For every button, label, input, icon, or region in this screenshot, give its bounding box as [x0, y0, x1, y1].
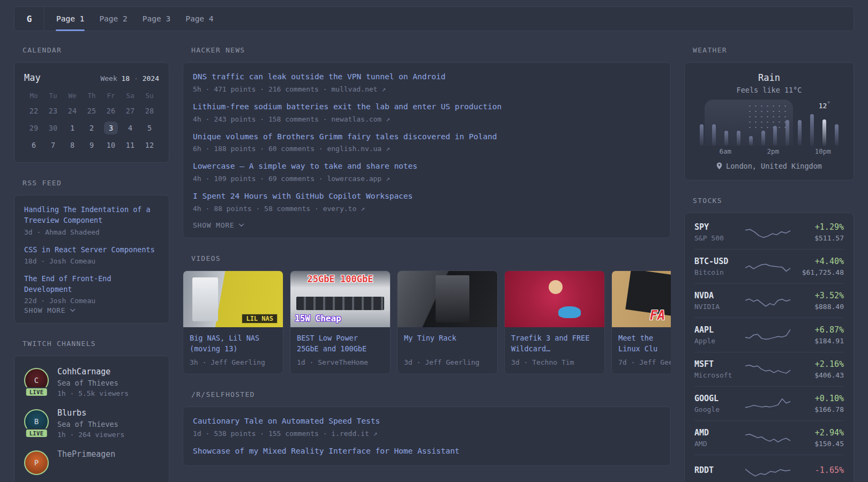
twitch-channel-name[interactable]: ThePrimeagen	[57, 449, 115, 459]
hackernews-item-title[interactable]: Lowercase – A simple way to take and sha…	[193, 161, 661, 172]
twitch-channel-row[interactable]: PThePrimeagen	[24, 449, 159, 475]
right-column: WEATHER Rain Feels like 11°C 12° 6am2pm1…	[684, 46, 854, 482]
calendar-day[interactable]: 28	[140, 103, 159, 118]
app-logo[interactable]: G	[14, 7, 44, 31]
video-card[interactable]: 25GbE 100GbE15W CheapBEST Low Power 25Gb…	[290, 270, 391, 374]
twitch-channel-row[interactable]: BLIVEBlurbsSea of Thieves1h · 264 viewer…	[24, 408, 159, 439]
glance-dashboard: G Page 1Page 2Page 3Page 4 CALENDAR May …	[0, 0, 868, 482]
top-navbar: G Page 1Page 2Page 3Page 4	[14, 6, 854, 31]
video-card[interactable]: My Tiny Rack3d · Jeff Geerling	[397, 270, 498, 374]
twitch-channel-game: Sea of Thieves	[57, 420, 124, 428]
stock-identity: AAPLApple	[694, 325, 744, 345]
stock-row-spy[interactable]: SPYS&P 500+1.29%$511.57	[694, 215, 844, 250]
stock-change-percent: +4.40%	[791, 257, 844, 266]
tab-page-1[interactable]: Page 1	[49, 7, 92, 31]
hackernews-item: Unique volumes of Brothers Grimm fairy t…	[193, 131, 661, 153]
rss-show-more-button[interactable]: SHOW MORE	[24, 306, 159, 314]
video-card[interactable]: Traefik 3 and FREE Wildcard…3d · Techno …	[504, 270, 605, 374]
video-thumbnail[interactable]: 25GbE 100GbE15W Cheap	[290, 271, 390, 327]
twitch-avatar: BLIVE	[24, 409, 49, 434]
stock-row-nvda[interactable]: NVDANVIDIA+3.52%$888.40	[694, 284, 844, 318]
rss-item-title[interactable]: CSS in React Server Components	[24, 244, 159, 255]
calendar-day[interactable]: 23	[43, 103, 63, 118]
calendar-day[interactable]: 22	[24, 103, 43, 118]
calendar-day[interactable]: 24	[63, 103, 82, 118]
stock-row-btc-usd[interactable]: BTC-USDBitcoin+4.40%$61,725.48	[694, 250, 844, 284]
hackernews-item-meta: 4h · 88 points · 58 comments · every.to …	[193, 205, 661, 213]
video-thumbnail[interactable]	[398, 271, 497, 327]
stock-name: Microsoft	[694, 371, 744, 379]
stock-row-amd[interactable]: AMDAMD+2.94%$150.45	[694, 421, 844, 455]
calendar-day[interactable]: 25	[82, 103, 101, 118]
calendar-day[interactable]: 30	[43, 120, 63, 135]
calendar-weekday: Su	[140, 92, 159, 100]
video-card[interactable]: FAMeet the Linux Clu7d · Jeff Geerling	[611, 270, 671, 374]
calendar-day[interactable]: 10	[101, 137, 121, 153]
calendar-day[interactable]: 11	[121, 137, 140, 153]
twitch-channel-list: CLIVECohhCarnageSea of Thieves1h · 5.5k …	[24, 365, 159, 475]
calendar-day[interactable]: 6	[24, 137, 43, 153]
calendar-day[interactable]: 9	[82, 137, 101, 153]
video-thumbnail[interactable]: FA	[612, 271, 671, 327]
calendar-day-selected[interactable]: 3	[101, 120, 121, 135]
calendar-day-number: 10	[107, 141, 115, 149]
stock-row-rddt[interactable]: RDDT-1.65%	[694, 455, 844, 482]
rss-item: Handling The Indentation of a Treeview C…	[24, 204, 159, 236]
calendar-day[interactable]: 27	[121, 103, 140, 118]
calendar-day[interactable]: 8	[63, 137, 82, 153]
weather-bar	[749, 136, 753, 146]
hackernews-item-title[interactable]: Lithium-free sodium batteries exit the l…	[193, 101, 661, 113]
video-thumbnail[interactable]: LIL NAS	[183, 271, 283, 327]
weather-bar	[785, 120, 789, 146]
stock-row-aapl[interactable]: AAPLApple+6.87%$184.91	[694, 318, 844, 352]
calendar-day-number: 27	[126, 107, 134, 115]
stock-price: $888.40	[791, 303, 844, 311]
reddit-item-title[interactable]: Cautionary Tale on Automated Speed Tests	[193, 416, 661, 427]
video-title[interactable]: My Tiny Rack	[398, 327, 497, 355]
tab-page-2[interactable]: Page 2	[92, 7, 134, 31]
weather-bar	[773, 126, 777, 146]
tab-page-4[interactable]: Page 4	[178, 7, 221, 31]
calendar-day[interactable]: 4	[121, 120, 140, 135]
tab-page-3[interactable]: Page 3	[135, 7, 178, 31]
video-title[interactable]: Meet the Linux Clu	[612, 327, 671, 355]
video-title[interactable]: Big NAS, Lil NAS (moving 13)	[183, 327, 283, 355]
calendar-header: May Week 18 · 2024	[24, 72, 159, 83]
hackernews-show-more-label: SHOW MORE	[193, 221, 234, 229]
hackernews-item-title[interactable]: Unique volumes of Brothers Grimm fairy t…	[193, 131, 661, 143]
stock-sparkline	[745, 223, 790, 242]
hackernews-item-title[interactable]: I Spent 24 Hours with GitHub Copilot Wor…	[193, 191, 661, 202]
rss-item-title[interactable]: Handling The Indentation of a Treeview C…	[24, 204, 159, 226]
reddit-item-title[interactable]: Showcase of my Mixed Reality Interface f…	[193, 446, 661, 457]
twitch-channel-row[interactable]: CLIVECohhCarnageSea of Thieves1h · 5.5k …	[24, 367, 159, 397]
twitch-channel-name[interactable]: CohhCarnage	[57, 367, 129, 376]
calendar-day[interactable]: 29	[24, 120, 43, 135]
video-title[interactable]: Traefik 3 and FREE Wildcard…	[505, 327, 604, 355]
calendar-day-number: 9	[89, 141, 94, 149]
video-title[interactable]: BEST Low Power 25GbE and 100GbE Switch…	[290, 327, 390, 355]
weather-bar-slot	[708, 124, 720, 146]
stock-row-googl[interactable]: GOOGLGoogle+0.10%$166.78	[694, 387, 844, 421]
calendar-day[interactable]: 7	[43, 137, 63, 153]
weather-location-label: London, United Kingdom	[726, 162, 822, 170]
weather-location[interactable]: London, United Kingdom	[695, 162, 843, 170]
stock-price: $511.57	[791, 234, 844, 242]
calendar-day[interactable]: 5	[140, 120, 159, 135]
thumbnail-text-overlay: 15W Cheap	[295, 313, 341, 323]
stock-row-msft[interactable]: MSFTMicrosoft+2.16%$406.43	[694, 352, 844, 387]
calendar-day[interactable]: 12	[140, 137, 159, 153]
twitch-channel-name[interactable]: Blurbs	[57, 408, 124, 418]
video-card[interactable]: LIL NASBig NAS, Lil NAS (moving 13)3h · …	[183, 270, 283, 374]
calendar-month: May	[24, 72, 41, 83]
calendar-day[interactable]: 2	[82, 120, 101, 135]
rss-feed-list: Handling The Indentation of a Treeview C…	[24, 204, 159, 305]
calendar-day[interactable]: 26	[101, 103, 121, 118]
rss-item-title[interactable]: The End of Front-End Development	[24, 273, 159, 295]
hackernews-show-more-button[interactable]: SHOW MORE	[193, 221, 661, 229]
calendar-weekday: Mo	[24, 92, 43, 100]
video-thumbnail[interactable]	[505, 271, 604, 327]
weather-section: WEATHER Rain Feels like 11°C 12° 6am2pm1…	[684, 46, 854, 180]
calendar-day[interactable]: 1	[63, 120, 82, 135]
calendar-day-number: 1	[70, 124, 74, 132]
hackernews-item-title[interactable]: DNS traffic can leak outside the VPN tun…	[193, 71, 661, 83]
